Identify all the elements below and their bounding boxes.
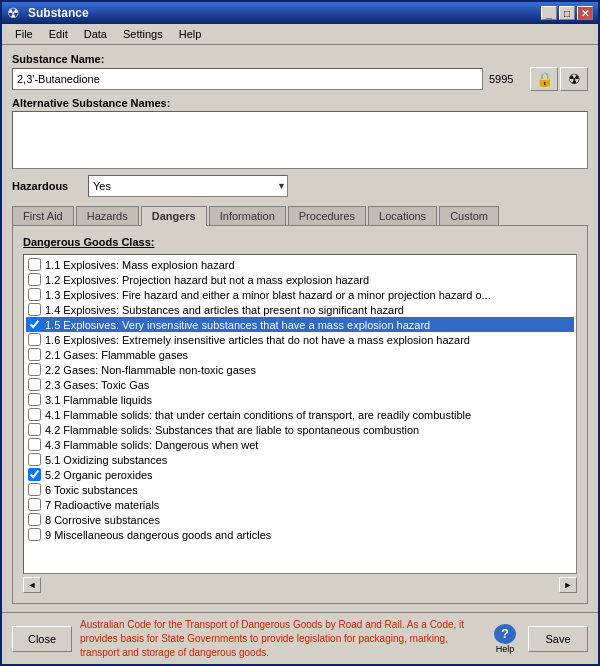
substance-id: 5995 xyxy=(489,73,524,85)
dangers-tab-panel: Dangerous Goods Class: 1.1 Explosives: M… xyxy=(12,225,588,604)
checklist-item-label: 2.3 Gases: Toxic Gas xyxy=(45,379,149,391)
checklist-checkbox[interactable] xyxy=(28,423,41,436)
menu-help[interactable]: Help xyxy=(171,26,210,42)
menu-edit[interactable]: Edit xyxy=(41,26,76,42)
checklist-checkbox[interactable] xyxy=(28,333,41,346)
checklist-item[interactable]: 4.1 Flammable solids: that under certain… xyxy=(26,407,574,422)
checklist-checkbox[interactable] xyxy=(28,468,41,481)
checklist-container[interactable]: 1.1 Explosives: Mass explosion hazard1.2… xyxy=(23,254,577,574)
checklist-checkbox[interactable] xyxy=(28,393,41,406)
tabs-container: First Aid Hazards Dangers Information Pr… xyxy=(12,205,588,225)
checklist-item-label: 1.1 Explosives: Mass explosion hazard xyxy=(45,259,235,271)
radiation-icon: ☢ xyxy=(568,71,581,87)
radiation-button[interactable]: ☢ xyxy=(560,67,588,91)
alt-names-group: Alternative Substance Names: xyxy=(12,97,588,169)
checklist-checkbox[interactable] xyxy=(28,318,41,331)
menu-data[interactable]: Data xyxy=(76,26,115,42)
checklist-checkbox[interactable] xyxy=(28,288,41,301)
substance-name-input[interactable] xyxy=(12,68,483,90)
checklist-item-label: 2.1 Gases: Flammable gases xyxy=(45,349,188,361)
window-controls: _ □ ✕ xyxy=(541,6,593,20)
minimize-button[interactable]: _ xyxy=(541,6,557,20)
checklist-checkbox[interactable] xyxy=(28,513,41,526)
checklist-item[interactable]: 7 Radioactive materials xyxy=(26,497,574,512)
checklist-item-label: 4.1 Flammable solids: that under certain… xyxy=(45,409,471,421)
checklist-checkbox[interactable] xyxy=(28,453,41,466)
checklist-checkbox[interactable] xyxy=(28,438,41,451)
hazardous-row: Hazardous Yes No ▼ xyxy=(12,175,588,197)
hazardous-select-wrapper: Yes No ▼ xyxy=(88,175,288,197)
checklist-item-label: 3.1 Flammable liquids xyxy=(45,394,152,406)
close-window-button[interactable]: ✕ xyxy=(577,6,593,20)
menu-settings[interactable]: Settings xyxy=(115,26,171,42)
checklist-item[interactable]: 3.1 Flammable liquids xyxy=(26,392,574,407)
checklist-item-label: 6 Toxic substances xyxy=(45,484,138,496)
save-button[interactable]: Save xyxy=(528,626,588,652)
substance-name-row: 5995 🔒 ☢ xyxy=(12,67,588,91)
checklist-item[interactable]: 2.2 Gases: Non-flammable non-toxic gases xyxy=(26,362,574,377)
tab-first-aid[interactable]: First Aid xyxy=(12,206,74,226)
checklist-item[interactable]: 4.3 Flammable solids: Dangerous when wet xyxy=(26,437,574,452)
checklist-checkbox[interactable] xyxy=(28,273,41,286)
hazardous-select[interactable]: Yes No xyxy=(88,175,288,197)
tab-information[interactable]: Information xyxy=(209,206,286,226)
checklist-item[interactable]: 5.1 Oxidizing substances xyxy=(26,452,574,467)
checklist-item-label: 1.4 Explosives: Substances and articles … xyxy=(45,304,404,316)
main-window: ☢ Substance _ □ ✕ File Edit Data Setting… xyxy=(0,0,600,666)
checklist-item-label: 1.6 Explosives: Extremely insensitive ar… xyxy=(45,334,470,346)
scroll-right-button[interactable]: ► xyxy=(559,577,577,593)
checklist-item[interactable]: 5.2 Organic peroxides xyxy=(26,467,574,482)
checklist-checkbox[interactable] xyxy=(28,303,41,316)
checklist-item[interactable]: 2.3 Gases: Toxic Gas xyxy=(26,377,574,392)
tab-hazards[interactable]: Hazards xyxy=(76,206,139,226)
help-label: Help xyxy=(496,644,515,654)
substance-name-group: Substance Name: 5995 🔒 ☢ xyxy=(12,53,588,91)
tab-custom[interactable]: Custom xyxy=(439,206,499,226)
checklist-item[interactable]: 8 Corrosive substances xyxy=(26,512,574,527)
checklist-checkbox[interactable] xyxy=(28,348,41,361)
checklist-item-label: 4.3 Flammable solids: Dangerous when wet xyxy=(45,439,258,451)
checklist-item[interactable]: 6 Toxic substances xyxy=(26,482,574,497)
checklist-item[interactable]: 4.2 Flammable solids: Substances that ar… xyxy=(26,422,574,437)
checklist-checkbox[interactable] xyxy=(28,258,41,271)
tab-dangers[interactable]: Dangers xyxy=(141,206,207,226)
checklist-checkbox[interactable] xyxy=(28,498,41,511)
dangers-panel-title: Dangerous Goods Class: xyxy=(23,236,577,248)
status-text: Australian Code for the Transport of Dan… xyxy=(80,618,482,660)
checklist-item-label: 1.2 Explosives: Projection hazard but no… xyxy=(45,274,369,286)
checklist-checkbox[interactable] xyxy=(28,378,41,391)
scroll-left-button[interactable]: ◄ xyxy=(23,577,41,593)
checklist-item-label: 7 Radioactive materials xyxy=(45,499,159,511)
checklist-item[interactable]: 1.2 Explosives: Projection hazard but no… xyxy=(26,272,574,287)
checklist-checkbox[interactable] xyxy=(28,408,41,421)
checklist-item[interactable]: 1.4 Explosives: Substances and articles … xyxy=(26,302,574,317)
checklist-item-label: 1.3 Explosives: Fire hazard and either a… xyxy=(45,289,491,301)
close-button[interactable]: Close xyxy=(12,626,72,652)
tab-procedures[interactable]: Procedures xyxy=(288,206,366,226)
checklist-item-label: 1.5 Explosives: Very insensitive substan… xyxy=(45,319,430,331)
checklist-item-label: 2.2 Gases: Non-flammable non-toxic gases xyxy=(45,364,256,376)
checklist-item[interactable]: 1.5 Explosives: Very insensitive substan… xyxy=(26,317,574,332)
menu-file[interactable]: File xyxy=(7,26,41,42)
alt-names-textarea[interactable] xyxy=(12,111,588,169)
checklist-item-label: 9 Miscellaneous dangerous goods and arti… xyxy=(45,529,271,541)
main-content: Substance Name: 5995 🔒 ☢ Alternative Sub… xyxy=(2,45,598,612)
checklist-checkbox[interactable] xyxy=(28,528,41,541)
tab-locations[interactable]: Locations xyxy=(368,206,437,226)
checklist-checkbox[interactable] xyxy=(28,363,41,376)
checklist-item[interactable]: 1.1 Explosives: Mass explosion hazard xyxy=(26,257,574,272)
checklist-item-label: 8 Corrosive substances xyxy=(45,514,160,526)
icon-buttons: 🔒 ☢ xyxy=(530,67,588,91)
checklist-item[interactable]: 1.6 Explosives: Extremely insensitive ar… xyxy=(26,332,574,347)
checklist-item[interactable]: 9 Miscellaneous dangerous goods and arti… xyxy=(26,527,574,542)
substance-name-label: Substance Name: xyxy=(12,53,588,65)
checklist-checkbox[interactable] xyxy=(28,483,41,496)
status-bar: Close Australian Code for the Transport … xyxy=(2,612,598,664)
checklist-item[interactable]: 2.1 Gases: Flammable gases xyxy=(26,347,574,362)
maximize-button[interactable]: □ xyxy=(559,6,575,20)
menu-bar: File Edit Data Settings Help xyxy=(2,24,598,45)
help-button[interactable]: ? Help xyxy=(490,624,520,654)
checklist-item[interactable]: 1.3 Explosives: Fire hazard and either a… xyxy=(26,287,574,302)
tabs-section: First Aid Hazards Dangers Information Pr… xyxy=(12,203,588,604)
lock-button[interactable]: 🔒 xyxy=(530,67,558,91)
